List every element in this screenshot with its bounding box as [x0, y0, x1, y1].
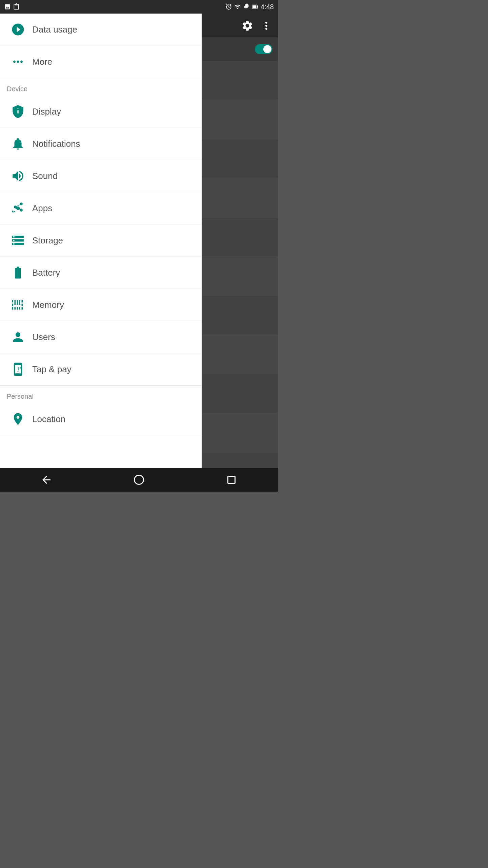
right-row-9: [202, 374, 278, 413]
time-display: 4:48: [261, 3, 274, 11]
memory-icon: [7, 294, 29, 316]
right-row-7: [202, 296, 278, 335]
status-bar: 4:48: [0, 0, 278, 14]
users-icon: [7, 326, 29, 348]
right-panel: [202, 0, 278, 492]
menu-item-memory[interactable]: Memory: [0, 289, 202, 321]
signal-status-icon: [243, 3, 250, 10]
right-row-6: [202, 257, 278, 296]
clipboard-status-icon: [13, 3, 20, 10]
storage-icon: [7, 230, 29, 252]
status-bar-left: [4, 3, 20, 10]
battery-icon: [7, 262, 29, 284]
right-row-10: [202, 413, 278, 452]
more-label: More: [32, 57, 52, 67]
status-bar-right: 4:48: [225, 3, 274, 11]
right-row-2: [202, 100, 278, 139]
alarm-status-icon: [225, 3, 232, 10]
home-button[interactable]: [125, 471, 152, 488]
menu-item-notifications[interactable]: Notifications: [0, 128, 202, 160]
menu-item-battery[interactable]: Battery: [0, 257, 202, 289]
data-usage-icon: [7, 19, 29, 41]
battery-status-icon: [252, 3, 259, 10]
back-button[interactable]: [33, 471, 60, 488]
menu-item-location[interactable]: Location: [0, 403, 202, 435]
right-row-5: [202, 218, 278, 257]
display-icon: [7, 101, 29, 123]
notifications-label: Notifications: [32, 139, 80, 149]
apps-icon: [7, 197, 29, 219]
menu-item-apps[interactable]: Apps: [0, 192, 202, 224]
svg-point-4: [134, 475, 143, 485]
settings-menu: Data usage More Device Display Notificat…: [0, 0, 202, 492]
menu-item-storage[interactable]: Storage: [0, 224, 202, 257]
memory-label: Memory: [32, 300, 64, 310]
right-row-1: [202, 61, 278, 100]
toggle-row: [202, 37, 278, 61]
right-panel-rows: [202, 61, 278, 492]
sound-label: Sound: [32, 171, 58, 181]
svg-rect-5: [228, 476, 235, 484]
display-label: Display: [32, 106, 61, 117]
storage-label: Storage: [32, 235, 63, 246]
svg-point-0: [16, 206, 20, 210]
location-label: Location: [32, 414, 65, 425]
menu-item-users[interactable]: Users: [0, 321, 202, 353]
apps-label: Apps: [32, 203, 52, 214]
menu-item-tap-pay[interactable]: Tap & pay: [0, 353, 202, 386]
right-row-3: [202, 139, 278, 178]
overflow-menu-icon[interactable]: [260, 20, 272, 33]
svg-rect-3: [252, 5, 256, 8]
menu-item-display[interactable]: Display: [0, 96, 202, 128]
tap-pay-icon: [7, 358, 29, 380]
tap-pay-label: Tap & pay: [32, 364, 72, 375]
users-label: Users: [32, 332, 55, 342]
right-row-4: [202, 178, 278, 217]
settings-icon[interactable]: [241, 20, 253, 33]
personal-section-header: Personal: [0, 386, 202, 403]
right-row-8: [202, 335, 278, 374]
recent-apps-button[interactable]: [218, 471, 245, 488]
data-usage-label: Data usage: [32, 24, 77, 35]
location-icon: [7, 408, 29, 430]
toggle-switch[interactable]: [255, 44, 272, 54]
menu-item-more[interactable]: More: [0, 46, 202, 78]
bell-icon: [7, 133, 29, 155]
image-status-icon: [4, 3, 11, 10]
sound-icon: [7, 165, 29, 187]
menu-item-sound[interactable]: Sound: [0, 160, 202, 192]
menu-item-data-usage[interactable]: Data usage: [0, 14, 202, 46]
device-section-header: Device: [0, 78, 202, 96]
nav-bar: [0, 468, 278, 492]
battery-label: Battery: [32, 268, 60, 278]
svg-rect-2: [257, 6, 258, 7]
wifi-status-icon: [234, 3, 241, 10]
more-dots-icon: [7, 51, 29, 73]
